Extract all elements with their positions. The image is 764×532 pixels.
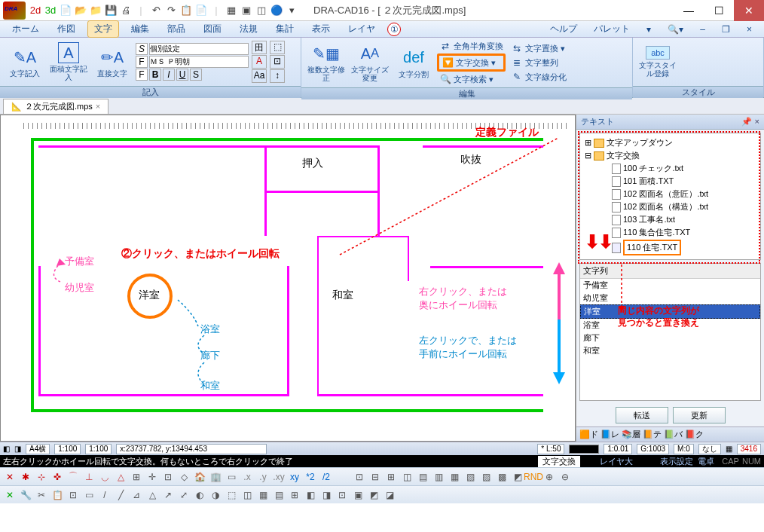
tool-icon[interactable]: ▣ bbox=[240, 4, 253, 17]
side-tab[interactable]: 📙テ bbox=[643, 429, 662, 440]
tb-icon[interactable]: ▭ bbox=[82, 488, 96, 502]
tb-icon[interactable]: ⊡ bbox=[161, 470, 175, 484]
drawing-canvas[interactable]: 押入 吹抜 洋室 和室 定義ファイル ②クリック、またはホイール回転 予備室 幼… bbox=[0, 115, 576, 442]
menu-houki[interactable]: 法規 bbox=[234, 21, 264, 37]
tb-icon[interactable]: ↗ bbox=[161, 488, 175, 502]
tb-icon[interactable]: ◐ bbox=[193, 488, 206, 502]
tb-icon[interactable]: ▭ bbox=[225, 470, 238, 484]
status-icon[interactable]: ◧ bbox=[3, 445, 10, 453]
qat-icon[interactable]: 3d bbox=[44, 4, 57, 17]
tb-icon[interactable]: ⊹ bbox=[35, 470, 48, 484]
close-icon[interactable]: × bbox=[755, 117, 759, 127]
tb-icon[interactable]: ▦ bbox=[256, 488, 270, 502]
tb-icon[interactable]: ◑ bbox=[209, 488, 222, 502]
text-align-button[interactable]: ≣文字整列 bbox=[509, 56, 569, 69]
tb-icon[interactable]: ✕ bbox=[3, 470, 17, 484]
font-name-select[interactable] bbox=[149, 56, 249, 68]
status-disp[interactable]: 表示設定 bbox=[660, 456, 693, 467]
tb-icon[interactable]: ◇ bbox=[177, 470, 191, 484]
italic-icon[interactable]: I bbox=[163, 69, 175, 81]
tb-icon[interactable]: ⊥ bbox=[82, 470, 96, 484]
tb-icon[interactable]: ▣ bbox=[351, 488, 365, 502]
paste-icon[interactable]: 📄 bbox=[194, 4, 208, 17]
doc-tab[interactable]: 📐 ２次元完成図.mps × bbox=[3, 99, 108, 114]
menu-text[interactable]: 文字 bbox=[87, 20, 119, 38]
tb-icon[interactable]: ◩ bbox=[511, 470, 524, 484]
tool-icon[interactable]: ⊡ bbox=[270, 55, 285, 69]
tb-icon[interactable]: 🏠 bbox=[193, 470, 206, 484]
redo-icon[interactable]: ↷ bbox=[164, 4, 178, 17]
tb-icon[interactable]: .y bbox=[256, 470, 270, 484]
menu-palette[interactable]: パレット bbox=[588, 21, 636, 37]
tb-icon[interactable]: 📋 bbox=[50, 488, 64, 502]
strike-icon[interactable]: S bbox=[190, 69, 202, 81]
zenkaku-button[interactable]: ⇄全角半角変換 bbox=[437, 39, 506, 53]
search-icon[interactable]: 🔍▾ bbox=[662, 23, 689, 36]
status-layer[interactable]: レイヤ大 bbox=[595, 456, 637, 467]
tb-icon[interactable]: ✕ bbox=[3, 488, 17, 502]
status-icon[interactable]: ▦ bbox=[726, 445, 732, 453]
text-linefy-button[interactable]: ✎文字線分化 bbox=[509, 70, 569, 84]
tree-file[interactable]: 102 図面名（構造）.txt bbox=[582, 200, 759, 213]
tool-icon[interactable]: ◫ bbox=[255, 4, 268, 17]
text-replace-button[interactable]: ⇆文字置換▾ bbox=[509, 41, 569, 55]
menu-home[interactable]: ホーム bbox=[6, 21, 45, 37]
new-icon[interactable]: 📄 bbox=[59, 4, 72, 17]
list-item[interactable]: 予備室 bbox=[580, 279, 760, 292]
multi-text-edit-button[interactable]: ✎▦複数文字修正 bbox=[306, 40, 347, 85]
l50[interactable]: * L:50 bbox=[537, 444, 564, 454]
win-min-icon[interactable]: – bbox=[694, 23, 711, 36]
paper-size[interactable]: A4横 bbox=[26, 444, 50, 454]
tb-icon[interactable]: ▩ bbox=[495, 470, 509, 484]
tb-icon[interactable]: ⊞ bbox=[384, 470, 398, 484]
undo-icon[interactable]: ↶ bbox=[149, 4, 163, 17]
tb-icon[interactable]: ⌒ bbox=[66, 470, 80, 484]
tree-file[interactable]: 100 チェック.txt bbox=[582, 162, 759, 175]
underline-icon[interactable]: U bbox=[176, 69, 188, 81]
tree-file[interactable]: 103 工事名.txt bbox=[582, 213, 759, 226]
color-swatch[interactable] bbox=[569, 445, 599, 454]
tb-icon[interactable]: ▤ bbox=[272, 488, 286, 502]
tb-icon[interactable]: ⊡ bbox=[335, 488, 349, 502]
area-text-button[interactable]: A面積文字記入 bbox=[48, 39, 89, 84]
dropdown-icon[interactable]: ▾ bbox=[285, 4, 298, 17]
side-tab[interactable]: 🟧ド bbox=[579, 429, 598, 440]
tb-icon[interactable]: *2 bbox=[304, 470, 317, 484]
tool-icon[interactable]: ↕ bbox=[270, 69, 285, 83]
pin-icon[interactable]: 📌 bbox=[741, 117, 752, 127]
menu-draw[interactable]: 作図 bbox=[51, 21, 81, 37]
update-button[interactable]: 更新 bbox=[673, 407, 726, 423]
status-calc[interactable]: 電卓 bbox=[693, 456, 719, 467]
menu-parts[interactable]: 部品 bbox=[161, 21, 191, 37]
scale-1[interactable]: 1:100 bbox=[54, 444, 81, 454]
tb-icon[interactable]: ◩ bbox=[367, 488, 380, 502]
text-search-button[interactable]: 🔍文字検索▾ bbox=[437, 72, 506, 86]
tb-icon[interactable]: /2 bbox=[319, 470, 333, 484]
tb-icon[interactable]: ⊡ bbox=[66, 488, 80, 502]
tb-icon[interactable]: ✂ bbox=[35, 488, 48, 502]
text-exchange-button[interactable]: 🔽文字交換▾ bbox=[437, 54, 506, 72]
list-item[interactable]: 和室 bbox=[580, 344, 760, 357]
tb-icon[interactable]: ▨ bbox=[479, 470, 493, 484]
side-tab[interactable]: 📚層 bbox=[622, 429, 640, 440]
tb-icon[interactable]: ✛ bbox=[145, 470, 159, 484]
tb-icon[interactable]: ⊡ bbox=[353, 470, 366, 484]
tb-icon[interactable]: ⊞ bbox=[288, 488, 301, 502]
menu-edit[interactable]: 編集 bbox=[125, 21, 155, 37]
menu-view[interactable]: 表示 bbox=[306, 21, 336, 37]
text-size-button[interactable]: AA文字サイズ変更 bbox=[350, 40, 390, 85]
tb-icon[interactable]: ◡ bbox=[98, 470, 112, 484]
ratio[interactable]: 1:0.01 bbox=[604, 444, 632, 454]
string-list[interactable]: 文字列 予備室 幼児室 洋室 浴室 廊下 和室 同じ内容の文字列が 見つかると置… bbox=[579, 263, 761, 401]
status-icon[interactable]: ◨ bbox=[14, 445, 21, 453]
tb-icon[interactable]: RND bbox=[527, 470, 540, 484]
scale-2[interactable]: 1:100 bbox=[85, 444, 112, 454]
tb-icon[interactable]: ◪ bbox=[383, 488, 396, 502]
transfer-button[interactable]: 転送 bbox=[616, 407, 668, 423]
dropdown-icon[interactable]: ▾ bbox=[640, 23, 657, 36]
font-mode-select[interactable] bbox=[149, 43, 249, 55]
tb-icon[interactable]: ✱ bbox=[19, 470, 32, 484]
text-split-button[interactable]: def文字分割 bbox=[393, 40, 434, 85]
tb-icon[interactable]: 🔧 bbox=[19, 488, 32, 502]
tb-icon[interactable]: ▥ bbox=[432, 470, 445, 484]
